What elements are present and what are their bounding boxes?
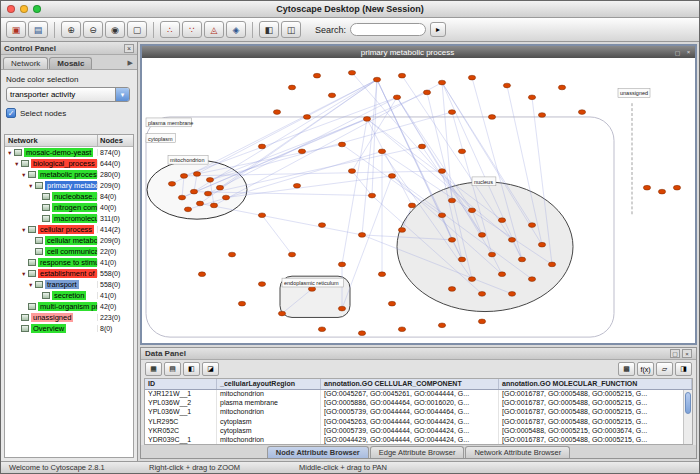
network-node[interactable] [318,223,325,228]
network-tree-row[interactable]: cellular metabo...209(0) [5,235,133,246]
network-node[interactable] [393,95,400,100]
select-attributes-icon[interactable]: ▦ [145,362,162,376]
network-tree-row[interactable]: Overview8(0) [5,323,133,334]
close-view-icon[interactable]: × [684,49,693,55]
vizmapper-icon[interactable]: ◧ [259,21,279,38]
network-node[interactable] [468,75,475,80]
network-node[interactable] [348,70,355,75]
network-node[interactable] [338,262,345,267]
zoom-out-icon[interactable]: ⊖ [83,21,103,38]
network-node[interactable] [498,272,505,277]
network-node[interactable] [438,80,445,85]
function-builder-icon[interactable]: f(x) [637,362,654,376]
close-data-panel-icon[interactable]: × [682,349,692,358]
network-tree-row[interactable]: ▼primary metabo...209(0) [5,180,133,191]
expand-arrow-icon[interactable]: ▼ [28,282,35,288]
network-node[interactable] [423,90,430,95]
network-tree-label[interactable]: unassigned [31,313,73,322]
network-tree-label[interactable]: macromolecule... [52,214,97,223]
network-tree-row[interactable]: secretion41(0) [5,290,133,301]
tab-mosaic[interactable]: Mosaic [49,57,92,69]
network-node[interactable] [418,144,425,149]
attribute-matrix-icon[interactable]: ▩ [618,362,635,376]
minimize-window-button[interactable] [20,5,28,13]
network-node[interactable] [228,252,235,257]
network-graph[interactable]: plasma membranecytoplasmmitochondrionnuc… [142,58,695,343]
network-node[interactable] [408,203,415,208]
zoom-window-button[interactable] [33,5,41,13]
expand-arrow-icon[interactable]: ▼ [21,172,28,178]
network-node[interactable] [298,149,305,154]
network-node[interactable] [388,301,395,306]
network-node[interactable] [478,319,485,324]
network-tree-row[interactable]: ▼metabolic process280(0) [5,169,133,180]
tab-scroll-right-icon[interactable]: ▶ [128,59,135,69]
network-node[interactable] [518,257,525,262]
network-node[interactable] [196,201,203,206]
network-node[interactable] [548,262,555,267]
network-canvas[interactable]: plasma membranecytoplasmmitochondrionnuc… [142,58,695,343]
network-node[interactable] [198,272,205,277]
column-header[interactable]: ID [145,379,217,389]
network-node[interactable] [348,169,355,174]
network-node[interactable] [273,110,280,115]
column-header[interactable]: annotation.GO CELLULAR_COMPONENT [321,379,499,389]
network-node[interactable] [184,207,191,212]
network-node[interactable] [318,327,325,332]
network-tree-row[interactable]: ▼cellular process414(2) [5,224,133,235]
vertical-scrollbar[interactable] [683,390,692,444]
network-node[interactable] [438,213,445,218]
network-tree-row[interactable]: ▼establishment of lo...558(0) [5,268,133,279]
open-folder-icon[interactable]: ◨ [675,362,692,376]
network-node[interactable] [313,73,320,78]
tree-header-nodes[interactable]: Nodes [97,135,133,146]
zoom-fit-icon[interactable]: ▢ [127,21,147,38]
table-row[interactable]: YPL036W__2plasma membrane[GO:0005886, GO… [145,399,692,408]
network-node[interactable] [378,272,385,277]
network-node[interactable] [398,327,405,332]
network-node[interactable] [278,311,285,316]
expand-arrow-icon[interactable]: ▼ [28,183,35,189]
network-node[interactable] [204,191,211,196]
create-network-view-icon[interactable]: ∵ [182,21,202,38]
network-node[interactable] [338,142,345,147]
table-row[interactable]: YLR295Ccytoplasm[GO:0045263, GO:0044444,… [145,418,692,427]
network-node[interactable] [190,189,197,194]
save-session-icon[interactable]: ▣ [6,21,26,38]
node-color-select[interactable]: transporter activity ▾ [6,87,130,102]
network-node[interactable] [338,306,345,311]
show-all-edges-icon[interactable]: ∴ [160,21,180,38]
network-node[interactable] [368,193,375,198]
close-panel-icon[interactable]: × [124,44,134,53]
network-tree-label[interactable]: mosaic-demo-yeast [24,148,93,157]
network-tree-row[interactable]: nitrogen compo...40(0) [5,202,133,213]
network-node[interactable] [643,185,650,190]
network-node[interactable] [358,331,365,336]
network-node[interactable] [293,183,300,188]
table-row[interactable]: YPL036W__1mitochondrion[GO:0005739, GO:0… [145,408,692,417]
table-row[interactable]: YJR121W__1mitochondrion[GO:0045267, GO:0… [145,390,692,399]
float-view-icon[interactable]: ▢ [673,49,682,56]
network-tree-label[interactable]: nucleobase... [52,192,97,201]
new-network-from-selection-icon[interactable]: ◬ [204,21,224,38]
network-node[interactable] [178,195,185,200]
network-tree-row[interactable]: ▼transport558(0) [5,279,133,290]
network-node[interactable] [210,203,217,208]
network-tree-label[interactable]: establishment of lo... [38,269,97,278]
network-tree-row[interactable]: nucleobase...84(0) [5,191,133,202]
network-tree-row[interactable]: ▼mosaic-demo-yeast874(0) [5,147,133,158]
network-tree-row[interactable]: macromolecule...311(0) [5,213,133,224]
network-node[interactable] [288,85,295,90]
network-node[interactable] [478,233,485,238]
network-node[interactable] [398,228,405,233]
network-tree-row[interactable]: response to stimul...41(0) [5,257,133,268]
expand-arrow-icon[interactable]: ▼ [21,227,28,233]
network-node[interactable] [558,85,565,90]
network-node[interactable] [488,115,495,120]
network-tree-label[interactable]: cell communica... [45,247,97,256]
network-node[interactable] [508,237,515,242]
network-tree-row[interactable]: cell communica...22(0) [5,246,133,257]
zoom-selected-icon[interactable]: ◉ [105,21,125,38]
scrollbar-thumb[interactable] [685,392,691,414]
network-node[interactable] [222,195,229,200]
